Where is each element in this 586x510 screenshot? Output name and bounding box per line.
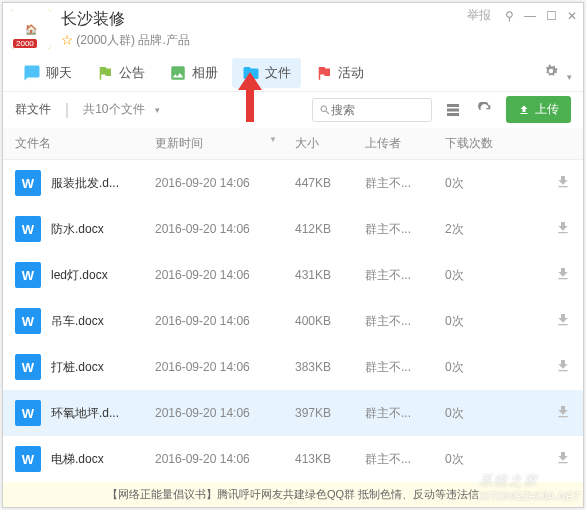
col-name[interactable]: 文件名 bbox=[15, 135, 155, 152]
file-uploader: 群主不... bbox=[365, 359, 445, 376]
tab-label: 公告 bbox=[119, 64, 145, 82]
window: 🏠 2000 长沙装修 ☆ (2000人群) 品牌.产品 举报 ⚲ — ☐ ✕ … bbox=[2, 2, 584, 508]
file-uploader: 群主不... bbox=[365, 405, 445, 422]
table-row[interactable]: W环氧地坪.d...2016-09-20 14:06397KB群主不...0次 bbox=[3, 390, 583, 436]
footer-notice[interactable]: 【网络正能量倡议书】腾讯呼吁网友共建绿色QQ群 抵制色情、反动等违法信 bbox=[3, 482, 583, 507]
file-uploader: 群主不... bbox=[365, 175, 445, 192]
file-time: 2016-09-20 14:06 bbox=[155, 176, 295, 190]
file-uploader: 群主不... bbox=[365, 451, 445, 468]
tab-bar: 聊天 公告 相册 文件 活动 ▾ bbox=[3, 55, 583, 92]
docx-icon: W bbox=[15, 308, 41, 334]
report-link[interactable]: 举报 bbox=[467, 7, 491, 24]
file-time: 2016-09-20 14:06 bbox=[155, 222, 295, 236]
flag-icon bbox=[96, 64, 114, 82]
refresh-button[interactable] bbox=[474, 99, 496, 121]
flag-red-icon bbox=[315, 64, 333, 82]
file-size: 397KB bbox=[295, 406, 365, 420]
file-name: 电梯.docx bbox=[51, 451, 155, 468]
maximize-button[interactable]: ☐ bbox=[546, 9, 557, 23]
tab-notice[interactable]: 公告 bbox=[86, 58, 155, 88]
docx-icon: W bbox=[15, 446, 41, 472]
file-name: 环氧地坪.d... bbox=[51, 405, 155, 422]
chat-icon bbox=[23, 64, 41, 82]
tab-album[interactable]: 相册 bbox=[159, 58, 228, 88]
group-tags: 品牌.产品 bbox=[138, 33, 189, 47]
group-subtitle: ☆ (2000人群) 品牌.产品 bbox=[61, 32, 575, 49]
upload-icon bbox=[518, 104, 530, 116]
file-downloads: 0次 bbox=[445, 267, 515, 284]
file-uploader: 群主不... bbox=[365, 267, 445, 284]
download-button[interactable] bbox=[555, 271, 571, 285]
star-icon: ☆ bbox=[61, 33, 73, 47]
tab-chat[interactable]: 聊天 bbox=[13, 58, 82, 88]
window-controls: 举报 ⚲ — ☐ ✕ bbox=[467, 7, 577, 24]
col-uploader[interactable]: 上传者 bbox=[365, 135, 445, 152]
docx-icon: W bbox=[15, 400, 41, 426]
gear-icon bbox=[542, 62, 560, 80]
download-button[interactable] bbox=[555, 409, 571, 423]
settings-menu[interactable]: ▾ bbox=[541, 62, 573, 84]
col-size[interactable]: 大小 bbox=[295, 135, 365, 152]
table-row[interactable]: W打桩.docx2016-09-20 14:06383KB群主不...0次 bbox=[3, 344, 583, 390]
storage-button[interactable] bbox=[442, 99, 464, 121]
search-input[interactable] bbox=[331, 103, 411, 117]
file-time: 2016-09-20 14:06 bbox=[155, 452, 295, 466]
breadcrumb[interactable]: 群文件 bbox=[15, 101, 51, 118]
table-row[interactable]: W电梯.docx2016-09-20 14:06413KB群主不...0次 bbox=[3, 436, 583, 482]
file-size: 431KB bbox=[295, 268, 365, 282]
pin-button[interactable]: ⚲ bbox=[505, 9, 514, 23]
upload-button[interactable]: 上传 bbox=[506, 96, 571, 123]
file-size: 447KB bbox=[295, 176, 365, 190]
table-body: W服装批发.d...2016-09-20 14:06447KB群主不...0次W… bbox=[3, 160, 583, 482]
close-button[interactable]: ✕ bbox=[567, 9, 577, 23]
docx-icon: W bbox=[15, 354, 41, 380]
download-button[interactable] bbox=[555, 317, 571, 331]
table-row[interactable]: W服装批发.d...2016-09-20 14:06447KB群主不...0次 bbox=[3, 160, 583, 206]
download-button[interactable] bbox=[555, 225, 571, 239]
table-row[interactable]: W防水.docx2016-09-20 14:06412KB群主不...2次 bbox=[3, 206, 583, 252]
file-uploader: 群主不... bbox=[365, 221, 445, 238]
file-downloads: 2次 bbox=[445, 221, 515, 238]
file-size: 383KB bbox=[295, 360, 365, 374]
minimize-button[interactable]: — bbox=[524, 9, 536, 23]
tab-label: 活动 bbox=[338, 64, 364, 82]
sort-desc-icon: ▼ bbox=[269, 135, 277, 144]
file-count: 共10个文件 bbox=[83, 101, 144, 118]
tab-label: 聊天 bbox=[46, 64, 72, 82]
file-time: 2016-09-20 14:06 bbox=[155, 406, 295, 420]
table-header: 文件名 更新时间▼ 大小 上传者 下载次数 bbox=[3, 128, 583, 160]
search-box[interactable] bbox=[312, 98, 432, 122]
docx-icon: W bbox=[15, 170, 41, 196]
tab-activity[interactable]: 活动 bbox=[305, 58, 374, 88]
group-size: (2000人群) bbox=[76, 33, 135, 47]
tab-files[interactable]: 文件 bbox=[232, 58, 301, 88]
file-time: 2016-09-20 14:06 bbox=[155, 360, 295, 374]
docx-icon: W bbox=[15, 216, 41, 242]
file-name: 吊车.docx bbox=[51, 313, 155, 330]
search-icon bbox=[319, 104, 331, 116]
file-downloads: 0次 bbox=[445, 313, 515, 330]
tab-label: 相册 bbox=[192, 64, 218, 82]
table-row[interactable]: Wled灯.docx2016-09-20 14:06431KB群主不...0次 bbox=[3, 252, 583, 298]
docx-icon: W bbox=[15, 262, 41, 288]
file-time: 2016-09-20 14:06 bbox=[155, 268, 295, 282]
file-name: led灯.docx bbox=[51, 267, 155, 284]
col-downloads[interactable]: 下载次数 bbox=[445, 135, 515, 152]
chevron-down-icon: ▾ bbox=[567, 72, 572, 82]
col-time[interactable]: 更新时间▼ bbox=[155, 135, 295, 152]
file-downloads: 0次 bbox=[445, 451, 515, 468]
tab-label: 文件 bbox=[265, 64, 291, 82]
upload-label: 上传 bbox=[535, 101, 559, 118]
download-button[interactable] bbox=[555, 179, 571, 193]
chevron-down-icon[interactable]: ▾ bbox=[155, 105, 160, 115]
separator: | bbox=[65, 101, 69, 119]
table-row[interactable]: W吊车.docx2016-09-20 14:06400KB群主不...0次 bbox=[3, 298, 583, 344]
file-name: 防水.docx bbox=[51, 221, 155, 238]
file-name: 服装批发.d... bbox=[51, 175, 155, 192]
download-button[interactable] bbox=[555, 455, 571, 469]
download-button[interactable] bbox=[555, 363, 571, 377]
file-uploader: 群主不... bbox=[365, 313, 445, 330]
file-downloads: 0次 bbox=[445, 405, 515, 422]
file-size: 413KB bbox=[295, 452, 365, 466]
file-downloads: 0次 bbox=[445, 175, 515, 192]
